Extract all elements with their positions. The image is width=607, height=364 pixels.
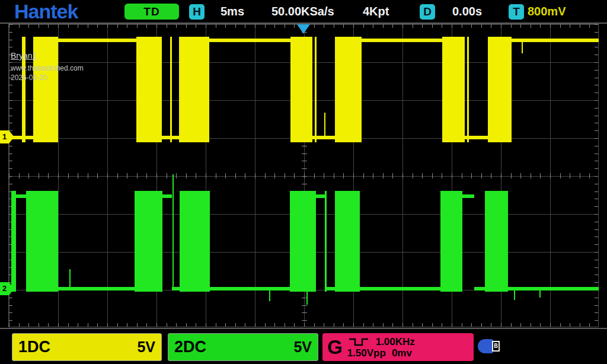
ch2-trace-segment <box>180 191 210 292</box>
ch2-trace-segment <box>335 191 360 292</box>
channel1-scale-value: 5V <box>137 339 155 356</box>
ch2-noise-spike <box>269 288 270 301</box>
top-status-bar: Hantek TD H 5ms 50.00KSa/s 4Kpt D 0.00s … <box>0 0 607 24</box>
square-wave-icon <box>347 336 370 347</box>
ch1-trace-segment <box>317 136 335 139</box>
username-text: Bryan1 <box>11 51 84 60</box>
trigger-menu-icon[interactable]: T <box>509 4 524 20</box>
ch2-trace-segment <box>316 194 325 198</box>
ch1-trace-segment <box>162 136 170 139</box>
ch1-trace-segment <box>315 37 317 142</box>
ch2-noise-spike <box>172 174 174 287</box>
date-text: 2026-03-20 <box>11 74 84 82</box>
ch1-trace-segment <box>362 39 442 42</box>
ch1-trace-segment <box>170 37 172 142</box>
ch2-noise-spike <box>514 288 515 300</box>
ch2-noise-spike <box>306 292 308 305</box>
ch2-noise-spike <box>539 288 541 298</box>
ch1-trace-segment <box>179 37 209 142</box>
channel2-position-marker[interactable]: 2 <box>0 282 14 295</box>
ch2-trace-segment <box>440 191 462 292</box>
ch2-trace-segment <box>16 194 26 198</box>
usb-device-icon: B <box>478 339 500 353</box>
ch2-trace-segment <box>327 287 335 290</box>
ch1-trace-segment <box>488 37 512 142</box>
ch1-noise-spike <box>522 40 523 53</box>
trigger-position-marker[interactable] <box>297 24 310 34</box>
ch2-trace-segment <box>462 194 474 198</box>
ch2-noise-spike <box>69 269 71 288</box>
channel1-position-marker[interactable]: 1 <box>0 130 14 143</box>
delay-menu-icon[interactable]: D <box>420 4 435 20</box>
ch2-trace-segment <box>474 287 485 290</box>
trigger-level-value: 800mV <box>528 5 566 18</box>
channel1-marker-arrow-icon <box>9 130 14 143</box>
ch2-trace-segment <box>210 287 290 290</box>
hantek-logo: Hantek <box>14 0 78 23</box>
usb-body-icon <box>478 339 493 353</box>
channel1-marker-label: 1 <box>0 130 9 143</box>
ch1-trace-segment <box>136 37 162 142</box>
channel2-settings-box[interactable]: 2DC 5V <box>168 333 318 361</box>
generator-offset-value: 0mv <box>392 347 412 359</box>
horizontal-offset-value: 0.00s <box>452 5 482 18</box>
oscilloscope-screen: Hantek TD H 5ms 50.00KSa/s 4Kpt D 0.00s … <box>0 0 607 364</box>
memory-depth-value: 4Kpt <box>363 5 389 18</box>
channel2-coupling-label: 2DC <box>174 338 206 356</box>
ch1-trace-segment <box>209 39 290 42</box>
ch1-trace-segment <box>469 136 488 139</box>
generator-label: G <box>327 336 343 359</box>
ch1-trace-segment <box>467 37 469 142</box>
ch1-trace-segment <box>290 37 312 142</box>
waveform-layer <box>0 24 607 328</box>
ch1-trace-segment <box>335 37 362 142</box>
ch1-trace-segment <box>172 136 179 139</box>
ch1-noise-spike <box>324 113 325 138</box>
timebase-value: 5ms <box>221 5 244 18</box>
horizontal-menu-icon[interactable]: H <box>189 4 205 20</box>
ch1-trace-segment <box>442 37 465 142</box>
usb-plug-icon: B <box>492 341 500 352</box>
ch2-trace-segment <box>360 287 440 290</box>
ch2-trace-segment <box>325 191 327 292</box>
sample-rate-value: 50.00KSa/s <box>271 5 334 18</box>
trigger-status-button[interactable]: TD <box>124 4 179 20</box>
bottom-status-bar: 1DC 5V 2DC 5V G 1.00KHz 1.50Vpp 0mv <box>0 328 607 364</box>
watermark-overlay: Bryan1 www.thebackshed.com 2026-03-20 <box>11 51 84 82</box>
generator-settings-box[interactable]: G 1.00KHz 1.50Vpp 0mv <box>322 333 474 361</box>
scope-display: Bryan1 www.thebackshed.com 2026-03-20 1 … <box>0 24 607 328</box>
ch2-trace-segment <box>485 191 508 292</box>
ch2-trace-segment <box>162 194 172 198</box>
website-text: www.thebackshed.com <box>11 64 84 72</box>
channel1-settings-box[interactable]: 1DC 5V <box>12 333 162 361</box>
ch1-trace-segment <box>58 39 136 42</box>
generator-frequency-value: 1.00KHz <box>376 336 415 347</box>
generator-amplitude-value: 1.50Vpp <box>347 347 386 359</box>
ch1-trace-segment <box>25 136 33 139</box>
channel2-marker-arrow-icon <box>9 282 14 295</box>
ch1-trace-segment <box>512 39 599 42</box>
ch2-trace-segment <box>508 287 599 290</box>
ch2-trace-segment <box>135 191 162 292</box>
channel2-marker-label: 2 <box>0 282 9 295</box>
ch2-trace-segment <box>172 287 180 290</box>
ch2-trace-segment <box>290 191 316 292</box>
ch2-trace-segment <box>11 191 16 292</box>
ch2-trace-segment <box>26 191 58 292</box>
channel2-scale-value: 5V <box>293 339 312 356</box>
channel1-coupling-label: 1DC <box>18 338 50 356</box>
